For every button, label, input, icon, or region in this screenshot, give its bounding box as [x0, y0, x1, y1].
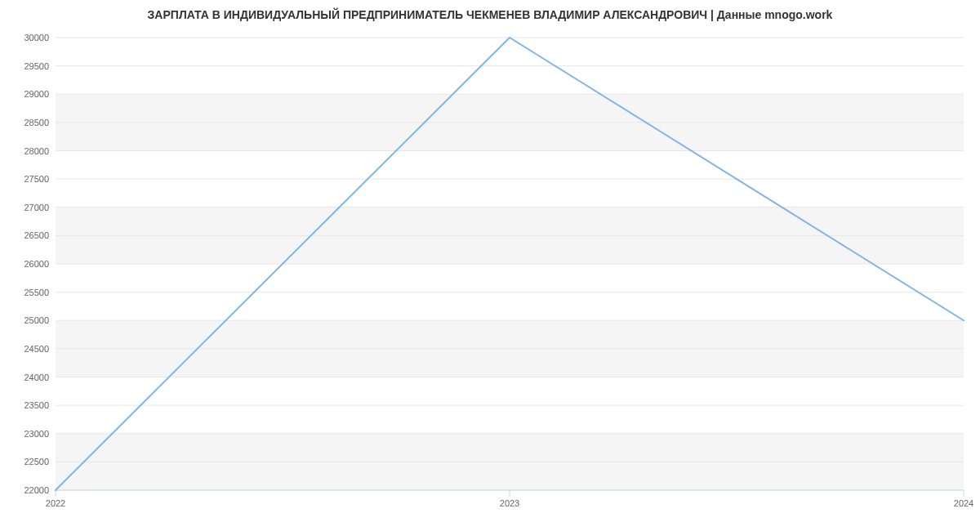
y-tick-label: 22000 — [0, 485, 49, 495]
x-tick-label: 2022 — [46, 498, 65, 508]
chart-title: ЗАРПЛАТА В ИНДИВИДУАЛЬНЫЙ ПРЕДПРИНИМАТЕЛ… — [0, 8, 980, 21]
x-tick-label: 2023 — [500, 498, 519, 508]
y-tick-label: 28000 — [0, 146, 49, 156]
x-tick-label: 2024 — [954, 498, 973, 508]
y-tick-label: 22500 — [0, 457, 49, 466]
y-tick-label: 29500 — [0, 61, 49, 71]
y-tick-label: 26000 — [0, 259, 49, 269]
y-tick-label: 24500 — [0, 344, 49, 354]
plot-area — [56, 38, 964, 490]
chart-container: ЗАРПЛАТА В ИНДИВИДУАЛЬНЫЙ ПРЕДПРИНИМАТЕЛ… — [0, 0, 980, 531]
chart-svg — [56, 38, 964, 490]
y-tick-label: 28500 — [0, 118, 49, 127]
y-tick-label: 27000 — [0, 203, 49, 212]
y-tick-label: 25000 — [0, 315, 49, 325]
y-tick-label: 27500 — [0, 174, 49, 184]
y-tick-label: 24000 — [0, 373, 49, 382]
y-tick-label: 30000 — [0, 33, 49, 42]
y-tick-label: 29000 — [0, 89, 49, 99]
y-tick-label: 23500 — [0, 400, 49, 410]
y-tick-label: 25500 — [0, 288, 49, 297]
y-tick-label: 26500 — [0, 230, 49, 240]
y-tick-label: 23000 — [0, 429, 49, 439]
